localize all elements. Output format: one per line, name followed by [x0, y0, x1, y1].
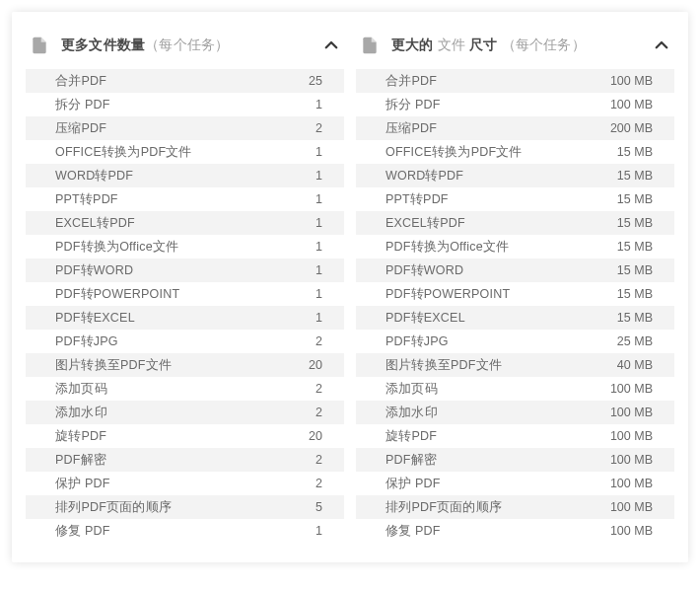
row-value: 1: [268, 98, 322, 111]
table-row: 保护 PDF2: [26, 472, 344, 495]
table-row: PDF转POWERPOINT1: [26, 282, 344, 306]
table-row: 排列PDF页面的顺序5: [26, 495, 344, 519]
row-value: 15 MB: [598, 169, 653, 183]
row-label: 图片转换至PDF文件: [385, 357, 598, 374]
row-value: 200 MB: [598, 121, 653, 135]
row-label: 旋转PDF: [55, 428, 268, 445]
row-value: 15 MB: [598, 145, 653, 159]
row-label: EXCEL转PDF: [55, 215, 268, 232]
table-row: EXCEL转PDF15 MB: [356, 211, 674, 235]
row-label: PDF转JPG: [385, 333, 598, 350]
table-row: OFFICE转换为PDF文件15 MB: [356, 140, 674, 164]
table-row: PDF转WORD15 MB: [356, 259, 674, 282]
row-label: OFFICE转换为PDF文件: [385, 144, 598, 161]
row-label: 修复 PDF: [55, 523, 268, 540]
row-value: 15 MB: [598, 263, 653, 277]
table-row: 添加页码100 MB: [356, 377, 674, 401]
table-row: 添加水印2: [26, 401, 344, 424]
row-value: 20: [268, 429, 322, 443]
row-value: 1: [268, 145, 322, 159]
row-value: 15 MB: [598, 287, 653, 301]
row-label: PDF转换为Office文件: [385, 239, 598, 256]
row-value: 20: [268, 358, 322, 372]
panel-header-file-count[interactable]: 更多文件数量（每个任务）: [26, 30, 344, 69]
table-row: PDF解密100 MB: [356, 448, 674, 472]
row-label: 旋转PDF: [385, 428, 598, 445]
table-row: PDF转JPG2: [26, 330, 344, 353]
row-label: 添加水印: [55, 405, 268, 421]
row-label: 修复 PDF: [385, 523, 598, 540]
rows-file-count: 合并PDF25拆分 PDF1压缩PDF2OFFICE转换为PDF文件1WORD转…: [26, 69, 344, 543]
row-value: 15 MB: [598, 311, 653, 325]
row-value: 100 MB: [598, 406, 653, 419]
row-value: 25 MB: [598, 334, 653, 348]
chevron-up-icon: [653, 37, 670, 54]
table-row: 旋转PDF20: [26, 424, 344, 448]
panel-header-file-size[interactable]: 更大的 文件 尺寸 （每个任务）: [356, 30, 674, 69]
row-value: 2: [268, 477, 322, 490]
row-value: 1: [268, 263, 322, 277]
table-row: WORD转PDF15 MB: [356, 164, 674, 187]
row-label: PDF转POWERPOINT: [385, 286, 598, 303]
table-row: 合并PDF100 MB: [356, 69, 674, 93]
table-row: 合并PDF25: [26, 69, 344, 93]
table-row: PDF转EXCEL1: [26, 306, 344, 330]
row-value: 100 MB: [598, 524, 653, 538]
table-row: 修复 PDF1: [26, 519, 344, 543]
rows-file-size: 合并PDF100 MB拆分 PDF100 MB压缩PDF200 MBOFFICE…: [356, 69, 674, 543]
row-value: 15 MB: [598, 240, 653, 254]
row-label: PDF转EXCEL: [55, 310, 268, 327]
row-label: 压缩PDF: [55, 120, 268, 137]
row-value: 1: [268, 287, 322, 301]
row-value: 100 MB: [598, 74, 653, 88]
row-label: PDF转JPG: [55, 333, 268, 350]
table-row: 压缩PDF200 MB: [356, 116, 674, 140]
row-label: 保护 PDF: [55, 476, 268, 492]
row-value: 2: [268, 334, 322, 348]
row-label: 合并PDF: [385, 73, 598, 90]
table-row: 拆分 PDF100 MB: [356, 93, 674, 116]
row-value: 1: [268, 216, 322, 230]
table-row: OFFICE转换为PDF文件1: [26, 140, 344, 164]
row-value: 1: [268, 524, 322, 538]
row-label: 拆分 PDF: [55, 97, 268, 113]
row-label: WORD转PDF: [55, 168, 268, 185]
table-row: 添加水印100 MB: [356, 401, 674, 424]
table-row: PDF解密2: [26, 448, 344, 472]
row-value: 25: [268, 74, 322, 88]
row-label: WORD转PDF: [385, 168, 598, 185]
row-value: 1: [268, 311, 322, 325]
row-label: PPT转PDF: [55, 191, 268, 208]
row-label: PDF解密: [55, 452, 268, 469]
row-label: PDF转EXCEL: [385, 310, 598, 327]
row-value: 100 MB: [598, 98, 653, 111]
row-label: 添加页码: [385, 381, 598, 398]
row-value: 100 MB: [598, 477, 653, 490]
row-label: 排列PDF页面的顺序: [385, 499, 598, 516]
file-icon: [360, 36, 380, 55]
row-label: 图片转换至PDF文件: [55, 357, 268, 374]
row-value: 100 MB: [598, 382, 653, 396]
row-value: 100 MB: [598, 500, 653, 514]
row-value: 1: [268, 240, 322, 254]
row-value: 40 MB: [598, 358, 653, 372]
table-row: EXCEL转PDF1: [26, 211, 344, 235]
table-row: 图片转换至PDF文件40 MB: [356, 353, 674, 377]
row-value: 1: [268, 192, 322, 206]
row-value: 15 MB: [598, 192, 653, 206]
row-value: 100 MB: [598, 429, 653, 443]
row-label: EXCEL转PDF: [385, 215, 598, 232]
table-row: PDF转EXCEL15 MB: [356, 306, 674, 330]
chevron-up-icon: [322, 37, 340, 54]
row-label: 添加页码: [55, 381, 268, 398]
file-icon: [30, 36, 49, 55]
row-label: PPT转PDF: [385, 191, 598, 208]
table-row: PPT转PDF1: [26, 187, 344, 211]
row-value: 2: [268, 453, 322, 467]
row-label: 添加水印: [385, 405, 598, 421]
feature-comparison-container: 更多文件数量（每个任务） 合并PDF25拆分 PDF1压缩PDF2OFFICE转…: [12, 12, 688, 562]
row-label: PDF转WORD: [55, 262, 268, 279]
row-value: 2: [268, 382, 322, 396]
row-label: PDF解密: [385, 452, 598, 469]
table-row: PDF转POWERPOINT15 MB: [356, 282, 674, 306]
